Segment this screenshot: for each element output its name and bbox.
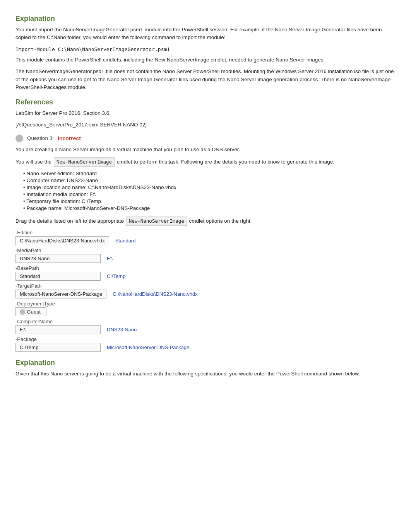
detail-item: Image location and name: C:\NanoHardDisk… xyxy=(23,184,396,190)
option-label: -BasePath xyxy=(15,265,396,271)
drag-box[interactable]: DNS23-Nano xyxy=(15,254,101,263)
references-heading: References xyxy=(15,98,396,106)
question3-intro1: You are creating a Nano Server image as … xyxy=(15,145,396,154)
drag-box[interactable]: Standard xyxy=(15,272,101,281)
drag-value: F:\ xyxy=(107,256,113,261)
question3-intro2: You will use the New-NanoServerImage cmd… xyxy=(15,157,396,167)
drag-value: Standard xyxy=(115,238,136,244)
drag-section: -PackageC:\TempMicrosoft-NanoServer-DNS-… xyxy=(15,336,396,352)
explanation1-para3: The NanoServerImageGenerator.psd1 file d… xyxy=(15,68,396,91)
references-line1: LabSim for Server Pro 2016, Section 3.6. xyxy=(15,109,396,117)
drag-section: -TargetPathMicrosoft-NanoServer-DNS-Pack… xyxy=(15,283,396,298)
explanation2-heading: Explanation xyxy=(15,359,396,367)
drag-section: -DeploymentTypeGuest xyxy=(15,301,396,316)
explanation1-code: Import-Module C:\Nano\NanoServerImageGen… xyxy=(15,46,396,53)
references-line2: [AllQuestions_ServerPro_2017.exm SERVER … xyxy=(15,121,396,129)
drag-row: C:\NanoHardDisks\DNS23-Nano.vhdxStandard xyxy=(15,236,396,245)
guest-label: Guest xyxy=(27,309,41,315)
explanation2-text: Given that this Nano server is going to … xyxy=(15,370,396,378)
option-label: -DeploymentType xyxy=(15,301,396,307)
option-label: -Edition xyxy=(15,230,396,235)
option-label: -MediaPath xyxy=(15,247,396,253)
drag-row: DNS23-NanoF:\ xyxy=(15,254,396,263)
option-label: -Package xyxy=(15,336,396,342)
details-list: Nano Server edition: StandardComputer na… xyxy=(19,171,396,211)
drag-box[interactable]: Microsoft-NanoServer-DNS-Package xyxy=(15,290,106,298)
drag-prefix: Drag the details listed on left to the a… xyxy=(15,218,124,224)
drag-row: Microsoft-NanoServer-DNS-PackageC:\NanoH… xyxy=(15,290,396,298)
detail-item: Package name: Microsoft-NanoServer-DNS-P… xyxy=(23,205,396,211)
status-badge: Incorrect xyxy=(58,135,81,142)
drag-box[interactable]: C:\Temp xyxy=(15,343,101,352)
detail-item: Computer name: DNS23-Nano xyxy=(23,177,396,183)
question-avatar xyxy=(15,135,23,142)
drag-row: Guest xyxy=(15,307,396,316)
option-label: -TargetPath xyxy=(15,283,396,289)
detail-item: Installation media location: F:\ xyxy=(23,191,396,197)
explanation1-para1: You must import the NanoServerImageGener… xyxy=(15,26,396,42)
drag-row: F:\DNS23-Nano xyxy=(15,325,396,334)
drag-value: C:\NanoHardDisks\DNS23-Nano.vhdx xyxy=(113,291,198,297)
drag-section: -ComputerNameF:\DNS23-Nano xyxy=(15,319,396,334)
drag-box[interactable]: C:\NanoHardDisks\DNS23-Nano.vhdx xyxy=(15,236,109,245)
option-label: -ComputerName xyxy=(15,319,396,324)
drag-suffix: cmdlet options on the right. xyxy=(189,218,252,224)
drag-box[interactable]: F:\ xyxy=(15,325,101,334)
intro-prefix: You will use the xyxy=(15,159,51,165)
guest-box: Guest xyxy=(15,307,46,316)
drag-section: -EditionC:\NanoHardDisks\DNS23-Nano.vhdx… xyxy=(15,230,396,245)
drag-cmdlet: New-NanoServerImage xyxy=(126,217,187,226)
drag-row: StandardC:\Temp xyxy=(15,272,396,281)
question3-header: Question 3: Incorrect xyxy=(15,135,396,142)
question-number: Question 3: xyxy=(27,135,54,141)
intro-suffix: cmdlet to perform this task. Following a… xyxy=(117,159,334,165)
explanation1-heading: Explanation xyxy=(15,15,396,23)
drag-value: C:\Temp xyxy=(107,273,125,279)
drag-value: Microsoft-NanoServer-DNS-Package xyxy=(107,344,189,350)
drag-row: C:\TempMicrosoft-NanoServer-DNS-Package xyxy=(15,343,396,352)
explanation1-para2: This module contains the PowerShell cmdl… xyxy=(15,56,396,64)
gray-dot xyxy=(20,309,25,315)
detail-item: Nano Server edition: Standard xyxy=(23,171,396,176)
drag-value: DNS23-Nano xyxy=(107,327,137,332)
drag-section: -MediaPathDNS23-NanoF:\ xyxy=(15,247,396,263)
drag-rows: -EditionC:\NanoHardDisks\DNS23-Nano.vhdx… xyxy=(15,230,396,352)
drag-instruction: Drag the details listed on left to the a… xyxy=(15,217,396,226)
drag-section: -BasePathStandardC:\Temp xyxy=(15,265,396,281)
detail-item: Temporary file location: C:\Temp xyxy=(23,198,396,204)
intro-cmdlet: New-NanoServerImage xyxy=(54,157,115,167)
